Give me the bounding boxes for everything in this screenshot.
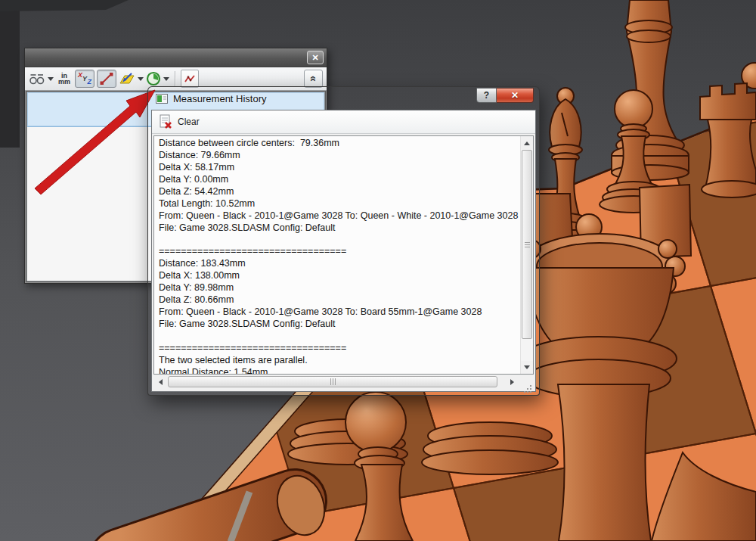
measurement-history-button[interactable] xyxy=(146,71,161,86)
history-line: From: Queen - Black - 2010-1@Game 3028 T… xyxy=(159,210,519,222)
projected-on-button[interactable] xyxy=(119,72,135,86)
history-line: Delta Y: 0.00mm xyxy=(159,174,519,186)
history-line xyxy=(159,235,519,247)
dark-piece-silhouette xyxy=(0,0,20,148)
point-to-point-button[interactable] xyxy=(97,70,116,88)
history-line: ================================== xyxy=(159,343,519,355)
point-to-point-icon xyxy=(98,70,116,87)
collapse-toolbar-button[interactable]: « xyxy=(304,70,323,88)
measurement-history-icon xyxy=(146,71,161,86)
sensor-chart-icon xyxy=(184,73,196,84)
history-line: Total Length: 10.52mm xyxy=(159,198,519,210)
history-lines: Distance between circle centers: 79.36mm… xyxy=(159,138,519,374)
clear-label: Clear xyxy=(178,117,200,127)
history-line: Delta Y: 89.98mm xyxy=(159,282,519,294)
history-line: File: Game 3028.SLDASM Config: Default xyxy=(159,222,519,235)
vertical-scrollbar[interactable] xyxy=(520,136,533,374)
create-sensor-button[interactable] xyxy=(181,70,199,88)
history-line: Delta X: 138.00mm xyxy=(159,270,519,282)
triangle-left-icon xyxy=(156,379,163,385)
dialog-command-bar: Clear xyxy=(152,110,535,134)
clear-button[interactable]: Clear xyxy=(156,113,206,131)
toolbar-separator xyxy=(175,71,175,86)
vertical-scroll-thumb[interactable] xyxy=(522,150,532,339)
history-line: Distance: 183.43mm xyxy=(159,258,519,270)
chevron-down-icon[interactable] xyxy=(48,77,54,84)
z-label: Z xyxy=(88,79,92,86)
measurement-history-window-icon xyxy=(156,94,168,104)
history-line: Delta X: 58.17mm xyxy=(159,162,519,174)
history-line: Delta Z: 54.42mm xyxy=(159,186,519,198)
history-line: Delta Z: 80.66mm xyxy=(159,294,519,306)
history-line xyxy=(159,331,519,343)
arc-measurements-button[interactable] xyxy=(29,73,45,85)
history-line: ================================== xyxy=(159,246,519,258)
resize-grip-dots xyxy=(530,385,531,387)
show-xyz-button[interactable]: X Y Z xyxy=(75,70,94,88)
chevron-up-icon: « xyxy=(307,76,319,82)
scroll-up-button[interactable] xyxy=(521,136,533,149)
history-line: Normal Distance: 1.54mm xyxy=(159,367,519,374)
history-line: The two selected items are parallel. xyxy=(159,355,519,367)
y-label: Y xyxy=(82,76,87,82)
horizontal-scroll-track[interactable] xyxy=(166,376,506,388)
history-line: Distance: 79.66mm xyxy=(159,150,519,162)
dialog-title: Measurement History xyxy=(173,93,267,104)
resize-grip[interactable] xyxy=(519,376,534,389)
arc-measurements-icon xyxy=(29,73,45,85)
dialog-client-area: Clear Distance between circle centers: 7… xyxy=(151,110,536,392)
chevron-down-icon[interactable] xyxy=(138,77,144,84)
triangle-right-icon xyxy=(510,379,517,385)
help-button[interactable]: ? xyxy=(476,88,497,103)
dialog-titlebar[interactable]: Measurement History xyxy=(156,92,267,105)
measurement-history-dialog: Measurement History ? ✕ Clear xyxy=(148,87,539,395)
scroll-down-button[interactable] xyxy=(521,361,533,374)
horizontal-scroll-thumb[interactable] xyxy=(168,376,497,387)
chevron-down-icon[interactable] xyxy=(163,77,169,84)
screenshot-canvas: ✕ in mm X Y Z xyxy=(0,0,756,541)
units-mm-label: mm xyxy=(56,79,73,85)
scroll-right-button[interactable] xyxy=(506,376,519,389)
dialog-window-buttons: ? ✕ xyxy=(476,88,534,103)
units-button[interactable]: in mm xyxy=(56,73,73,85)
history-line: Distance between circle centers: 79.36mm xyxy=(159,138,519,150)
projected-on-icon xyxy=(119,72,135,86)
history-line: File: Game 3028.SLDASM Config: Default xyxy=(159,319,519,331)
horizontal-scrollbar[interactable] xyxy=(153,375,534,389)
scroll-left-button[interactable] xyxy=(153,376,166,389)
triangle-down-icon xyxy=(524,365,530,372)
triangle-up-icon xyxy=(524,138,530,145)
close-button[interactable]: ✕ xyxy=(497,88,534,103)
history-line: From: Queen - Black - 2010-1@Game 3028 T… xyxy=(159,306,519,319)
clear-icon xyxy=(159,114,172,129)
history-text-area: Distance between circle centers: 79.36mm… xyxy=(153,135,534,375)
close-icon[interactable]: ✕ xyxy=(307,51,324,64)
measure-toolbar-titlebar[interactable]: ✕ xyxy=(25,48,327,67)
